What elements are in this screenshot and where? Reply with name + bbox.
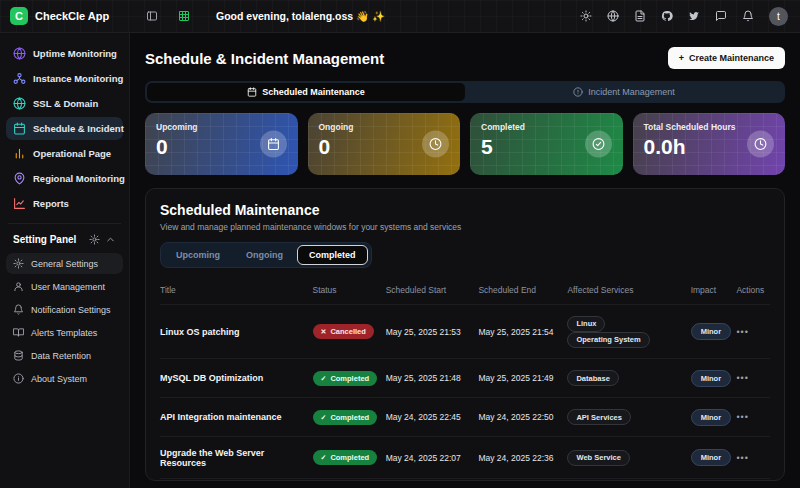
- chevron-up-icon[interactable]: [105, 234, 116, 245]
- check-icon: ✓: [321, 454, 327, 461]
- nav-label: Uptime Monitoring: [33, 48, 117, 59]
- row-actions-menu[interactable]: •••: [736, 327, 748, 337]
- tab-scheduled-maintenance[interactable]: Scheduled Maintenance: [147, 83, 465, 101]
- nav-label: User Management: [31, 282, 105, 292]
- filter-ongoing[interactable]: Ongoing: [234, 245, 295, 265]
- docs-file-icon[interactable]: [634, 10, 646, 22]
- top-header: C CheckCle App Good evening, tolaleng.os…: [0, 0, 800, 33]
- setting-panel-title: Setting Panel: [13, 234, 76, 245]
- page-title: Schedule & Incident Management: [145, 50, 384, 67]
- row-actions-menu[interactable]: •••: [736, 453, 748, 463]
- row-title: Upgrade the Web Server Resources: [160, 448, 313, 468]
- table-row: MySQL DB Optimization ✓Completed May 25,…: [160, 358, 770, 397]
- service-badge: Linux: [567, 316, 605, 332]
- table-row: Server Maintenance ✕Cancelled May 22, 20…: [160, 478, 770, 488]
- col-status: Status: [313, 285, 386, 295]
- create-maintenance-button[interactable]: + Create Maintenance: [668, 47, 785, 69]
- nav-label: Reports: [33, 198, 69, 209]
- book-icon: [13, 327, 24, 338]
- status-badge: ✓Completed: [313, 371, 378, 386]
- nav-label: Regional Monitoring: [33, 173, 125, 184]
- row-actions-menu[interactable]: •••: [736, 412, 748, 422]
- status-badge: ✕Cancelled: [313, 324, 374, 339]
- sidebar-item-user-management[interactable]: User Management: [6, 276, 123, 297]
- bell-icon: [13, 304, 24, 315]
- bell-icon[interactable]: [742, 10, 754, 22]
- nav-label: About System: [31, 374, 87, 384]
- sidebar-item-about-system[interactable]: About System: [6, 368, 123, 389]
- impact-badge: Minor: [691, 323, 731, 340]
- section-subtitle: View and manage planned maintenance wind…: [160, 222, 770, 232]
- section-title: Scheduled Maintenance: [160, 202, 770, 218]
- table-row: Upgrade the Web Server Resources ✓Comple…: [160, 436, 770, 478]
- row-actions-menu[interactable]: •••: [736, 373, 748, 383]
- header-right-tools: t: [580, 7, 800, 26]
- sidebar-item-ssl-domain[interactable]: SSL & Domain: [6, 92, 123, 115]
- scheduled-end: May 25, 2025 21:54: [478, 327, 567, 337]
- bar-chart-icon: [13, 147, 26, 160]
- gear-icon[interactable]: [89, 234, 100, 245]
- app-brand: C CheckCle App: [0, 7, 130, 25]
- user-avatar[interactable]: t: [769, 7, 788, 26]
- impact-badge: Minor: [691, 409, 731, 426]
- map-pin-icon: [13, 172, 26, 185]
- setting-panel-header[interactable]: Setting Panel: [6, 232, 123, 253]
- sidebar-item-instance-monitoring[interactable]: Instance Monitoring: [6, 67, 123, 90]
- stat-cards: Upcoming 0 Ongoing 0 Completed 5 Total S…: [145, 113, 785, 175]
- service-badge: Operating System: [567, 332, 649, 348]
- sidebar-item-regional-monitoring[interactable]: Regional Monitoring: [6, 167, 123, 190]
- user-icon: [13, 281, 24, 292]
- scheduled-end: May 24, 2025 22:36: [478, 453, 567, 463]
- sidebar-item-general-settings[interactable]: General Settings: [6, 253, 123, 274]
- scheduled-end: May 24, 2025 22:50: [478, 412, 567, 422]
- table-header: Title Status Scheduled Start Scheduled E…: [160, 281, 770, 304]
- ssl-globe-icon: [13, 97, 26, 110]
- sidebar-item-operational-page[interactable]: Operational Page: [6, 142, 123, 165]
- database-icon: [13, 350, 24, 361]
- github-icon[interactable]: [661, 10, 673, 22]
- col-title: Title: [160, 285, 313, 295]
- maintenance-table: Title Status Scheduled Start Scheduled E…: [160, 281, 770, 488]
- row-title: MySQL DB Optimization: [160, 373, 313, 383]
- twitter-icon[interactable]: [688, 10, 700, 22]
- x-icon: ✕: [321, 328, 327, 335]
- globe-icon: [13, 47, 26, 60]
- calendar-icon: [247, 87, 257, 97]
- info-icon: [13, 373, 24, 384]
- chat-icon[interactable]: [715, 10, 727, 22]
- nav-label: Notification Settings: [31, 305, 111, 315]
- sidebar-item-notification-settings[interactable]: Notification Settings: [6, 299, 123, 320]
- scheduled-maintenance-panel: Scheduled Maintenance View and manage pl…: [145, 188, 785, 481]
- impact-badge: Minor: [691, 370, 731, 387]
- filter-completed[interactable]: Completed: [297, 245, 368, 265]
- sidebar-item-reports[interactable]: Reports: [6, 192, 123, 215]
- service-badge: API Services: [567, 409, 630, 425]
- calendar-icon: [13, 122, 26, 135]
- sidebar-item-schedule-incident[interactable]: Schedule & Incident: [6, 117, 123, 140]
- sidebar-item-uptime-monitoring[interactable]: Uptime Monitoring: [6, 42, 123, 65]
- sidebar-item-data-retention[interactable]: Data Retention: [6, 345, 123, 366]
- nav-label: General Settings: [31, 259, 98, 269]
- alert-circle-icon: [573, 87, 583, 97]
- nav-label: Operational Page: [33, 148, 111, 159]
- filter-upcoming[interactable]: Upcoming: [164, 245, 232, 265]
- grid-view-icon[interactable]: [178, 10, 190, 22]
- segment-tab-bar: Scheduled Maintenance Incident Managemen…: [145, 81, 785, 103]
- language-globe-icon[interactable]: [607, 10, 619, 22]
- service-badge: Web Service: [567, 450, 629, 466]
- plus-icon: +: [679, 53, 684, 63]
- col-end: Scheduled End: [478, 285, 567, 295]
- theme-sun-icon[interactable]: [580, 10, 592, 22]
- app-logo: C: [10, 7, 28, 25]
- check-circle-icon: [585, 131, 612, 158]
- sidebar-item-alerts-templates[interactable]: Alerts Templates: [6, 322, 123, 343]
- affected-services: Database: [567, 370, 690, 386]
- nav-label: Alerts Templates: [31, 328, 97, 338]
- tab-incident-management[interactable]: Incident Management: [465, 83, 783, 101]
- affected-services: LinuxOperating System: [567, 316, 690, 348]
- scheduled-start: May 24, 2025 22:45: [386, 412, 479, 422]
- col-services: Affected Services: [567, 285, 690, 295]
- panel-toggle-icon[interactable]: [146, 10, 158, 22]
- service-badge: Database: [567, 370, 618, 386]
- main-content: Schedule & Incident Management + Create …: [130, 33, 800, 488]
